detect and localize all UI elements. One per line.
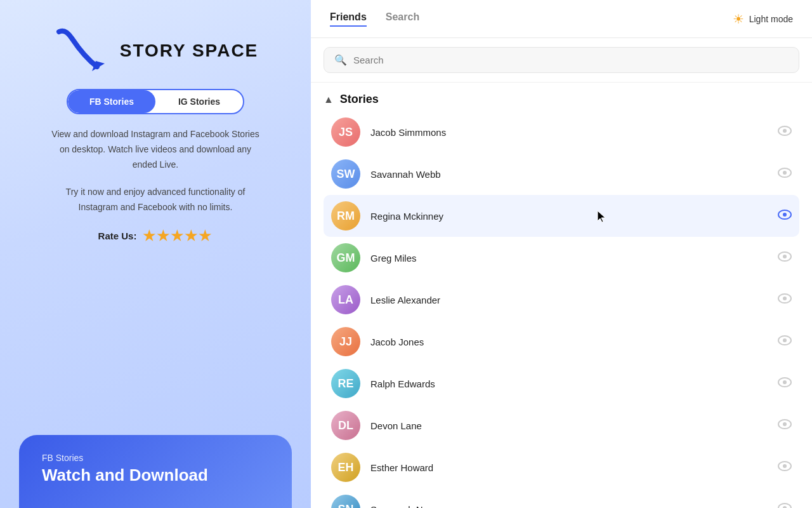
story-name: Jacob Jones — [370, 337, 778, 347]
story-item[interactable]: DLDevon Lane — [324, 404, 799, 446]
left-panel: STORY SPACE FB Stories IG Stories View a… — [0, 0, 311, 508]
cta-title: Watch and Download — [42, 465, 269, 485]
sun-icon: ☀ — [733, 11, 744, 27]
avatar: LA — [331, 285, 360, 314]
eye-icon[interactable] — [778, 377, 792, 391]
collapse-icon[interactable]: ▲ — [324, 94, 334, 105]
eye-icon[interactable] — [778, 461, 792, 474]
stories-header: ▲ Stories — [324, 83, 799, 111]
avatar: SW — [331, 159, 360, 189]
ig-stories-button[interactable]: IG Stories — [155, 90, 243, 113]
story-name: Jacob Simmmons — [370, 127, 778, 138]
svg-point-10 — [783, 297, 787, 300]
story-item[interactable]: SWSavannah Webb — [324, 153, 799, 195]
story-name: Devon Lane — [370, 420, 778, 431]
search-icon: 🔍 — [334, 54, 347, 66]
story-item[interactable]: GMGreg Miles — [324, 237, 799, 279]
story-name: Regina Mckinney — [370, 211, 778, 222]
story-item[interactable]: LALeslie Alexander — [324, 279, 799, 321]
search-bar: 🔍 — [324, 47, 799, 73]
story-name: Esther Howard — [370, 462, 778, 473]
svg-point-16 — [783, 422, 787, 426]
avatar: SN — [331, 495, 360, 508]
tab-search[interactable]: Search — [386, 11, 419, 27]
story-item[interactable]: RMRegina Mckinney — [324, 195, 799, 237]
stories-label: Stories — [340, 93, 379, 106]
avatar: DL — [331, 411, 360, 440]
tab-friends[interactable]: Friends — [330, 11, 367, 27]
story-item[interactable]: JSJacob Simmmons — [324, 111, 799, 153]
fb-stories-button[interactable]: FB Stories — [68, 90, 155, 113]
story-item[interactable]: SNSavannah Nguyen — [324, 488, 799, 508]
eye-icon[interactable] — [778, 251, 792, 265]
nav-tabs: Friends Search — [330, 11, 419, 27]
rate-us-row: Rate Us: ★★★★★ — [98, 228, 213, 244]
left-top-content: STORY SPACE FB Stories IG Stories View a… — [19, 25, 292, 244]
avatar: EH — [331, 453, 360, 482]
search-bar-wrap: 🔍 — [311, 38, 812, 83]
story-name: Savannah Webb — [370, 169, 778, 180]
cta-subtitle: FB Stories — [42, 453, 269, 463]
story-name: Leslie Alexander — [370, 295, 778, 305]
story-name: Greg Miles — [370, 253, 778, 264]
light-mode-toggle[interactable]: ☀ Light mode — [733, 11, 793, 27]
search-input[interactable] — [353, 55, 789, 65]
story-item[interactable]: RERalph Edwards — [324, 363, 799, 404]
svg-point-6 — [783, 213, 787, 217]
svg-point-18 — [783, 464, 787, 468]
eye-icon[interactable] — [778, 419, 792, 432]
bottom-cta-banner[interactable]: FB Stories Watch and Download — [19, 435, 292, 508]
avatar: RE — [331, 369, 360, 398]
svg-point-2 — [783, 129, 787, 133]
svg-point-20 — [783, 506, 787, 509]
eye-icon[interactable] — [778, 335, 792, 349]
rate-us-label: Rate Us: — [98, 231, 137, 241]
svg-point-8 — [783, 255, 787, 258]
story-item[interactable]: JJJacob Jones — [324, 321, 799, 363]
svg-point-4 — [783, 171, 787, 175]
avatar: GM — [331, 243, 360, 272]
story-type-toggle: FB Stories IG Stories — [67, 89, 244, 114]
eye-icon[interactable] — [778, 503, 792, 509]
right-panel: Friends Search ☀ Light mode 🔍 ▲ Stories … — [311, 0, 812, 508]
eye-icon[interactable] — [778, 293, 792, 307]
header: Friends Search ☀ Light mode — [311, 0, 812, 38]
logo-area: STORY SPACE — [53, 25, 259, 76]
svg-point-14 — [783, 380, 787, 384]
story-item[interactable]: EHEsther Howard — [324, 446, 799, 488]
app-title: STORY SPACE — [120, 41, 259, 61]
star-rating[interactable]: ★★★★★ — [143, 228, 213, 244]
story-name: Ralph Edwards — [370, 378, 778, 389]
eye-icon[interactable] — [778, 126, 792, 139]
eye-icon[interactable] — [778, 168, 792, 181]
stories-section: ▲ Stories JSJacob SimmmonsSWSavannah Web… — [311, 83, 812, 508]
description-1: View and download Instagram and Facebook… — [48, 127, 263, 172]
avatar: JS — [331, 117, 360, 147]
arrow-icon — [53, 25, 110, 76]
avatar: JJ — [331, 327, 360, 356]
story-name: Savannah Nguyen — [370, 504, 778, 509]
description-2: Try it now and enjoy advanced functional… — [48, 185, 263, 215]
stories-list: JSJacob SimmmonsSWSavannah WebbRMRegina … — [324, 111, 799, 508]
eye-icon[interactable] — [778, 210, 792, 223]
avatar: RM — [331, 201, 360, 231]
svg-point-12 — [783, 338, 787, 342]
light-mode-label: Light mode — [749, 14, 793, 24]
